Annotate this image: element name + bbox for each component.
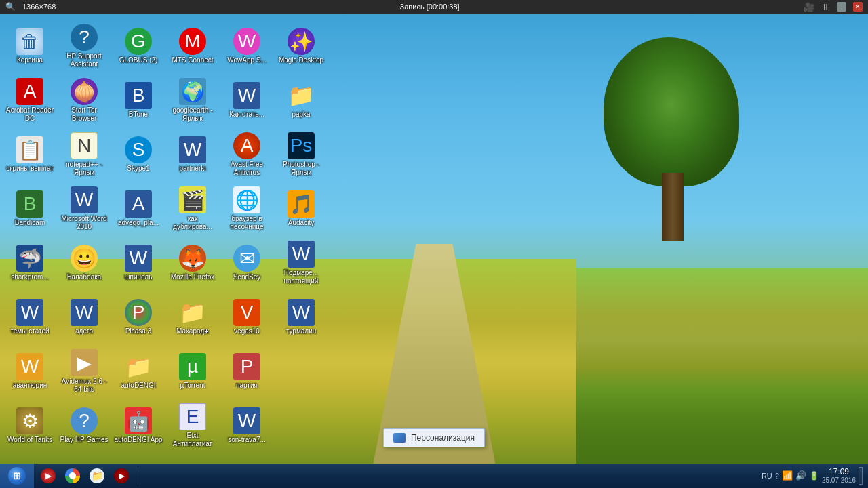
desktop-icon-notepad[interactable]: Nnotepad++ - Ярлык [57,127,111,182]
desktop-icon-btone[interactable]: BBTone [111,73,165,127]
desktop-icon-maxrap[interactable]: 📁Махарадж [165,290,220,344]
icon-image-vegas: V [233,299,260,326]
desktop-icon-wowapp[interactable]: WWowApp S... [220,19,274,73]
icon-label-acrobat: Acrobat Reader DC [5,106,54,123]
desktop-icon-autoden1[interactable]: 📁autoDENGI [111,344,165,399]
taskbar-mediaplayer-btn[interactable]: ▶ [37,464,60,487]
desktop-icon-etxt[interactable]: EEtxt Антиплагиат [165,399,220,453]
icon-label-etxt: Etxt Антиплагиат [168,432,217,448]
desktop-icon-avantury[interactable]: Wавантюрин [3,344,57,399]
icon-image-advego: A [125,190,152,218]
desktop-icon-playhp[interactable]: ?Play HP Games [57,399,111,453]
icon-label-btone: BTone [129,110,148,119]
icon-image-skype: S [125,136,152,163]
taskbar-separator [138,467,138,485]
desktop-icon-shpinel[interactable]: Wшпинель [111,236,165,290]
desktop-icon-skrin[interactable]: 📋скрины выплат [3,127,57,182]
desktop-icon-brauzer[interactable]: 🌐браузер в песочнице [220,182,274,236]
desktop-icon-balabol[interactable]: 😀Балаболка [57,236,111,290]
time-block[interactable]: 17:09 25.07.2016 [822,467,856,485]
start-orb[interactable]: ⊞ [8,467,26,485]
desktop-icon-globus[interactable]: GGLOBUS (2) [111,19,165,73]
desktop-icon-tor[interactable]: 🧅Start Tor Browser [57,73,111,127]
icon-image-maxrap: 📁 [179,299,206,326]
icon-label-firefox: Mozilla Firefox [171,273,214,281]
desktop-icon-partner[interactable]: Wpartnerki [165,127,220,182]
desktop-icon-wot[interactable]: ⚙World of Tanks [3,399,57,453]
recording-bar: 🔍 1366×768 Запись [00:00:38] 🎥 ⏸ — ✕ [0,0,868,14]
desktop-icon-audacity[interactable]: 🎵Audacity [274,182,328,236]
icon-image-wowapp: W [233,28,260,55]
desktop-icon-recycle[interactable]: 🗑Корзина [3,19,57,73]
desktop-icon-avast[interactable]: AAvast Free Antivirus [220,127,274,182]
icon-label-avantury: авантюрин [13,382,47,390]
icon-image-son: W [233,407,260,434]
desktop-icon-vegas[interactable]: Vvegas10 [220,290,274,344]
taskbar-chrome-btn[interactable] [61,464,84,487]
desktop-icon-son[interactable]: Wson-trava7... [220,399,274,453]
desktop-icon-magic[interactable]: ✨Magic Desktop [274,19,328,73]
icon-label-notepad: notepad++ - Ярлык [60,161,108,177]
icon-image-adiego: W [71,299,98,326]
desktop-icon-mts[interactable]: MMTS Connect [165,19,220,73]
icon-label-papka: papka [292,110,310,119]
search-icon: 🔍 [5,2,16,12]
desktop-icon-hp[interactable]: ?HP Support Assistant [57,19,111,73]
tray-network-icon: 📶 [782,470,793,481]
icon-label-globus: GLOBUS (2) [119,56,158,64]
desktop-icon-papka[interactable]: 📁papka [274,73,328,127]
start-button[interactable]: ⊞ [0,464,34,488]
icon-label-msword: Microsoft Word 2010 [60,215,108,231]
desktop-icon-photoshop[interactable]: PsPhotoshop - Ярлык [274,127,328,182]
desktop-icon-kak[interactable]: 🎬как дублирова... [165,182,220,236]
icon-image-msword: W [71,186,98,214]
taskbar-date: 25.07.2016 [822,476,856,485]
show-desktop-btn[interactable] [859,467,863,485]
tooltip-text: Персонализация [411,433,475,443]
icon-image-etxt: E [179,403,206,430]
icon-image-turmalin: W [288,299,315,326]
desktop-icon-skype[interactable]: SSkype1 [111,127,165,182]
icon-image-brauzer: 🌐 [233,186,260,214]
tray-sound-icon[interactable]: 🔊 [795,470,806,481]
icon-label-avast: Avast Free Antivirus [222,161,271,177]
icon-image-picasa: P [125,299,152,326]
desktop-icon-podmare[interactable]: WПодмаре... настоящий [274,236,328,290]
minimize-rec-btn[interactable]: — [837,2,846,12]
icon-label-shpinel: шпинель [125,273,153,281]
desktop-icon-bandicam[interactable]: BBandicam [3,182,57,236]
desktop-icon-gearth[interactable]: 🌍googleearth - Ярлык [165,73,220,127]
resolution-label: 1366×768 [22,3,56,11]
desktop-icon-sendsey[interactable]: ✉SendSey [220,236,274,290]
close-rec-btn[interactable]: ✕ [853,2,863,12]
desktop-icon-advego[interactable]: Aadvego_pla... [111,182,165,236]
desktop-icon-firefox[interactable]: 🦊Mozilla Firefox [165,236,220,290]
desktop-icon-turmalin[interactable]: Wтурмалин [274,290,328,344]
tray-help-btn[interactable]: ? [775,472,779,480]
taskbar-explorer-btn[interactable]: 📁 [85,464,108,487]
icon-label-wot: World of Tanks [7,436,52,444]
icon-label-wowapp: WowApp S... [227,56,267,64]
desktop-icon-shark[interactable]: 🦈sharkprom... [3,236,57,290]
icon-label-autoden1: autoDENGI [121,382,155,390]
desktop-icon-adiego[interactable]: Wадего [57,290,111,344]
desktop-icon-temy[interactable]: Wтемы статей [3,290,57,344]
desktop-icon-kakstat[interactable]: WКак-стать... [220,73,274,127]
taskbar-bsplayer-btn[interactable]: ▶ [110,464,133,487]
desktop-icon-acrobat[interactable]: AAcrobat Reader DC [3,73,57,127]
icon-label-gearth: googleearth - Ярлык [168,106,217,123]
desktop-icon-partiya[interactable]: Pпартия [220,344,274,399]
desktop-icon-picasa[interactable]: PPicasa 3 [111,290,165,344]
icon-image-balabol: 😀 [71,245,98,272]
desktop-icon-autoden2[interactable]: 🤖autoDENGI App [111,399,165,453]
desktop-icon-msword[interactable]: WMicrosoft Word 2010 [57,182,111,236]
pause-icon[interactable]: ⏸ [821,2,830,12]
icon-label-balabol: Балаболка [67,273,102,281]
camera-icon: 🎥 [804,2,814,12]
icon-image-wot: ⚙ [16,407,43,434]
desktop-icon-utorrent[interactable]: µµTorrent [165,344,220,399]
icon-image-audacity: 🎵 [288,190,315,218]
icon-image-podmare: W [288,241,315,268]
bsplayer-icon: ▶ [114,468,129,483]
desktop-icon-avidemux[interactable]: ▶Avidemux 2.6 - 64 bits [57,344,111,399]
